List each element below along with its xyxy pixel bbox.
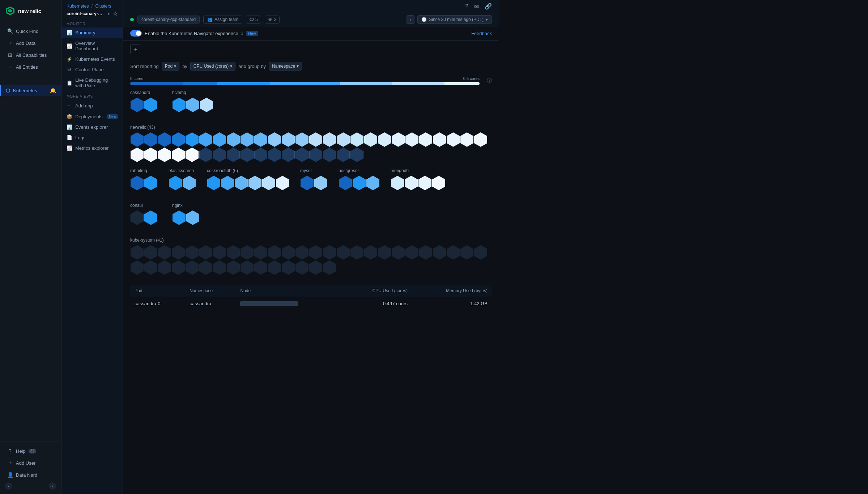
sidebar-item-add-user[interactable]: ＋ Add User [2, 457, 59, 469]
hex-cell[interactable] [169, 176, 182, 190]
hex-cell[interactable] [433, 132, 446, 147]
hex-cell[interactable] [474, 132, 487, 147]
hex-cell[interactable] [144, 176, 157, 190]
hex-cell[interactable] [254, 260, 267, 275]
hex-cell[interactable] [213, 260, 226, 275]
hex-cell[interactable] [392, 245, 405, 260]
hex-cell[interactable] [419, 245, 432, 260]
hex-cell[interactable] [309, 132, 322, 147]
star-icon[interactable]: ☆ [112, 10, 118, 17]
hex-cell[interactable] [186, 260, 199, 275]
sidebar-item-quick-find[interactable]: 🔍 Quick Find [2, 25, 59, 37]
table-row[interactable]: cassandra-0 cassandra 0.497 cores 1.42 G… [130, 297, 492, 310]
hex-cell[interactable] [131, 245, 144, 260]
subnav-item-deployments[interactable]: 📦 Deployments New [61, 111, 123, 122]
hex-cell[interactable] [199, 260, 212, 275]
hex-cell[interactable] [366, 176, 379, 190]
hex-cell[interactable] [418, 176, 431, 190]
hex-cell[interactable] [254, 245, 267, 260]
hex-cell[interactable] [405, 132, 418, 147]
hex-cell[interactable] [460, 245, 473, 260]
subnav-item-live-debugging[interactable]: 📋 Live Debugging with Pixie [61, 75, 123, 91]
sidebar-item-all-capabilities[interactable]: ⊞ All Capabilities [2, 49, 59, 61]
hex-cell[interactable] [282, 148, 295, 162]
hex-cell[interactable] [186, 132, 199, 147]
hex-cell[interactable] [131, 210, 144, 225]
hex-cell[interactable] [447, 245, 460, 260]
hex-cell[interactable] [391, 176, 404, 190]
hex-cell[interactable] [158, 132, 171, 147]
hex-cell[interactable] [350, 148, 363, 162]
hex-cell[interactable] [295, 148, 309, 162]
hex-cell[interactable] [183, 176, 196, 190]
subnav-item-logs[interactable]: 📄 Logs [61, 132, 123, 143]
hex-cell[interactable] [144, 245, 157, 260]
hex-cell[interactable] [144, 148, 157, 162]
hex-cell[interactable] [314, 176, 327, 190]
link-icon[interactable]: 🔗 [485, 3, 492, 10]
hex-cell[interactable] [276, 176, 289, 190]
hex-cell[interactable] [235, 176, 248, 190]
hex-cell[interactable] [474, 245, 487, 260]
subnav-item-overview[interactable]: 📈 Overview Dashboard [61, 38, 123, 54]
hex-cell[interactable] [186, 98, 199, 112]
time-picker[interactable]: 🕐 Since 30 minutes ago (PDT) ▾ [417, 15, 492, 24]
hex-cell[interactable] [241, 148, 254, 162]
hex-cell[interactable] [173, 98, 186, 112]
hex-cell[interactable] [378, 132, 391, 147]
hex-cell[interactable] [199, 245, 212, 260]
hex-cell[interactable] [186, 245, 199, 260]
navigator-toggle[interactable] [130, 30, 142, 37]
subnav-item-control-plane[interactable]: 🖥 Control Plane [61, 64, 123, 75]
mail-icon[interactable]: ✉ [474, 3, 479, 10]
hex-cell[interactable] [158, 245, 171, 260]
hex-cell[interactable] [364, 245, 377, 260]
hex-cell[interactable] [262, 176, 275, 190]
hex-cell[interactable] [337, 148, 350, 162]
hex-cell[interactable] [213, 132, 226, 147]
sidebar-item-more[interactable]: ... [2, 73, 59, 84]
hex-cell[interactable] [221, 176, 234, 190]
hex-cell[interactable] [364, 132, 377, 147]
hex-cell[interactable] [241, 245, 254, 260]
subnav-item-add-app[interactable]: ＋ Add app [61, 100, 123, 111]
hex-cell[interactable] [323, 132, 336, 147]
add-filter-button[interactable]: ＋ [130, 44, 140, 54]
hex-cell[interactable] [323, 148, 336, 162]
hex-cell[interactable] [186, 148, 199, 162]
hex-cell[interactable] [295, 132, 309, 147]
hex-cell[interactable] [172, 245, 185, 260]
hex-cell[interactable] [295, 260, 309, 275]
hex-cell[interactable] [207, 176, 220, 190]
hex-cell[interactable] [282, 245, 295, 260]
hex-cell[interactable] [268, 132, 281, 147]
hex-cell[interactable] [213, 148, 226, 162]
help-circle-icon[interactable]: ? [465, 3, 468, 10]
hex-cell[interactable] [131, 176, 144, 190]
hex-cell[interactable] [268, 245, 281, 260]
feedback-link[interactable]: Feedback [471, 31, 492, 36]
hex-cell[interactable] [350, 245, 363, 260]
hex-cell[interactable] [144, 210, 157, 225]
hex-cell[interactable] [172, 260, 185, 275]
collapse-btn[interactable]: ‹ [5, 482, 12, 490]
hex-cell[interactable] [144, 132, 157, 147]
hex-cell[interactable] [309, 260, 322, 275]
hex-cell[interactable] [227, 132, 240, 147]
hex-cell[interactable] [301, 176, 314, 190]
breadcrumb-clusters[interactable]: Clusters [95, 4, 111, 9]
hex-cell[interactable] [158, 260, 171, 275]
hex-cell[interactable] [241, 132, 254, 147]
hex-cell[interactable] [339, 176, 352, 190]
hex-cell[interactable] [405, 176, 418, 190]
hex-cell[interactable] [144, 98, 157, 112]
sidebar-item-all-entities[interactable]: ≡ All Entities [2, 61, 59, 73]
hex-cell[interactable] [172, 132, 185, 147]
subnav-item-metrics[interactable]: 📈 Metrics explorer [61, 143, 123, 153]
subnav-item-summary[interactable]: 📊 Summary [61, 27, 123, 38]
hex-cell[interactable] [254, 148, 267, 162]
hex-cell[interactable] [131, 98, 144, 112]
hex-cell[interactable] [337, 132, 350, 147]
hex-cell[interactable] [199, 132, 212, 147]
hex-cell[interactable] [350, 132, 363, 147]
